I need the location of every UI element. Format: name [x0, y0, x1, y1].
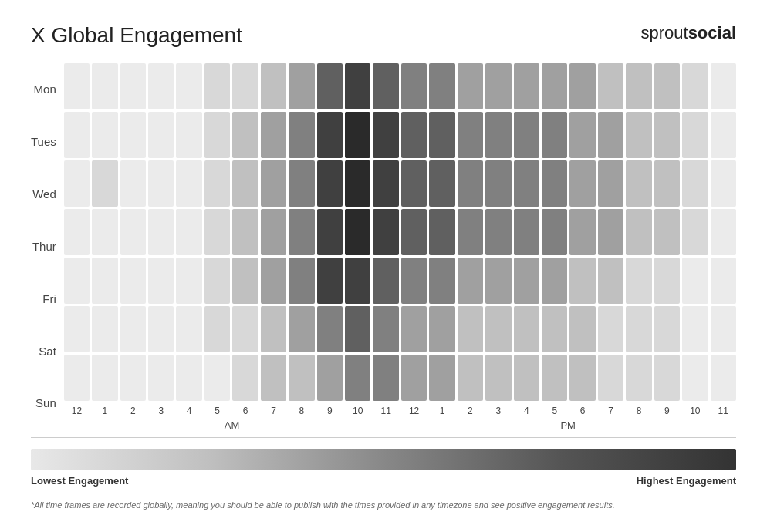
heatmap-cell — [148, 209, 174, 255]
heatmap-cell — [458, 209, 483, 255]
heatmap-cell — [598, 306, 623, 352]
heatmap-cell — [120, 160, 146, 207]
y-label: Mon — [31, 66, 56, 113]
page-title: X Global Engagement — [31, 23, 242, 48]
heatmap-cell — [204, 355, 230, 401]
heatmap-cell — [485, 160, 511, 207]
heatmap-cell — [64, 63, 90, 109]
heatmap-cell — [64, 355, 90, 401]
heatmap-cell — [711, 355, 736, 401]
x-hour-label: 3 — [485, 406, 511, 416]
heatmap-cell — [682, 160, 708, 207]
heatmap-cell — [261, 258, 286, 304]
heatmap-cell — [204, 209, 230, 255]
heatmap-cell — [120, 63, 146, 109]
heatmap-cell — [92, 160, 117, 207]
heatmap-cell — [598, 160, 623, 207]
heatmap-cell — [485, 355, 511, 401]
heatmap-cell — [458, 355, 483, 401]
heatmap-cell — [401, 355, 427, 401]
heatmap-cell — [514, 63, 539, 109]
heatmap-grid — [64, 63, 736, 401]
heatmap-cell — [429, 112, 454, 158]
am-pm-row: AM PM — [64, 419, 736, 431]
y-label: Wed — [31, 171, 56, 217]
heatmap-cell — [458, 160, 483, 207]
heatmap-cell — [148, 258, 174, 304]
heatmap-cell — [429, 209, 454, 255]
heatmap-cell — [204, 63, 230, 109]
heatmap-cell — [261, 306, 286, 352]
heatmap-cell — [373, 306, 398, 352]
heatmap-cell — [542, 112, 567, 158]
heatmap-cell — [542, 355, 567, 401]
heatmap-cell — [711, 209, 736, 255]
footnote: *All time frames are recorded globally, … — [31, 500, 736, 510]
heatmap-cell — [514, 306, 539, 352]
heatmap-cell — [373, 355, 398, 401]
x-hour-label: 10 — [345, 406, 370, 416]
heatmap-cell — [458, 112, 483, 158]
heatmap-cell — [232, 112, 258, 158]
heatmap-cell — [176, 63, 201, 109]
heatmap-cell — [569, 63, 595, 109]
heatmap-cell — [92, 306, 117, 352]
heatmap-cell — [626, 160, 651, 207]
heatmap-cell — [232, 209, 258, 255]
heatmap-cell — [598, 63, 623, 109]
heatmap-cell — [345, 209, 370, 255]
heatmap-cell — [711, 258, 736, 304]
heatmap-cell — [176, 160, 201, 207]
heatmap-cell — [401, 258, 427, 304]
heatmap-cell — [514, 160, 539, 207]
heatmap-cell — [120, 355, 146, 401]
x-hour-label: 1 — [429, 406, 454, 416]
x-hour-label: 6 — [232, 406, 258, 416]
x-hour-label: 4 — [514, 406, 539, 416]
heatmap-cell — [204, 160, 230, 207]
heatmap-cell — [317, 258, 343, 304]
heatmap-cell — [289, 306, 314, 352]
x-hour-label: 7 — [261, 406, 286, 416]
heatmap-cell — [317, 355, 343, 401]
heatmap-cell — [654, 209, 680, 255]
heatmap-cell — [598, 258, 623, 304]
heatmap-cell — [514, 112, 539, 158]
heatmap-cell — [401, 306, 427, 352]
heatmap-cell — [148, 63, 174, 109]
heatmap-cell — [458, 63, 483, 109]
x-hour-label: 12 — [64, 406, 90, 416]
heatmap-cell — [569, 258, 595, 304]
x-hour-label: 1 — [92, 406, 117, 416]
heatmap-cell — [429, 258, 454, 304]
heatmap-cell — [711, 112, 736, 158]
heatmap-cell — [514, 355, 539, 401]
pm-label: PM — [400, 419, 736, 431]
heatmap-cell — [232, 306, 258, 352]
heatmap-cell — [289, 258, 314, 304]
heatmap-cell — [569, 355, 595, 401]
heatmap-cell — [176, 112, 201, 158]
heatmap-cell — [542, 258, 567, 304]
heatmap-cell — [176, 306, 201, 352]
heatmap-cell — [626, 258, 651, 304]
heatmap-cell — [120, 209, 146, 255]
heatmap-cell — [682, 355, 708, 401]
heatmap-cell — [232, 160, 258, 207]
heatmap-cell — [598, 112, 623, 158]
heatmap-cell — [92, 63, 117, 109]
y-label: Sun — [31, 380, 56, 426]
heatmap-cell — [429, 63, 454, 109]
y-axis: MonTuesWedThurFriSatSun — [31, 63, 56, 431]
heatmap-cell — [204, 306, 230, 352]
heatmap-cell — [542, 63, 567, 109]
x-hour-label: 2 — [458, 406, 483, 416]
heatmap-cell — [711, 63, 736, 109]
x-hour-label: 8 — [289, 406, 314, 416]
heatmap-cell — [626, 209, 651, 255]
heatmap-cell — [120, 112, 146, 158]
y-label: Thur — [31, 223, 56, 269]
heatmap-cell — [317, 112, 343, 158]
heatmap-cell — [373, 160, 398, 207]
lowest-engagement-label: Lowest Engagement — [31, 475, 128, 487]
